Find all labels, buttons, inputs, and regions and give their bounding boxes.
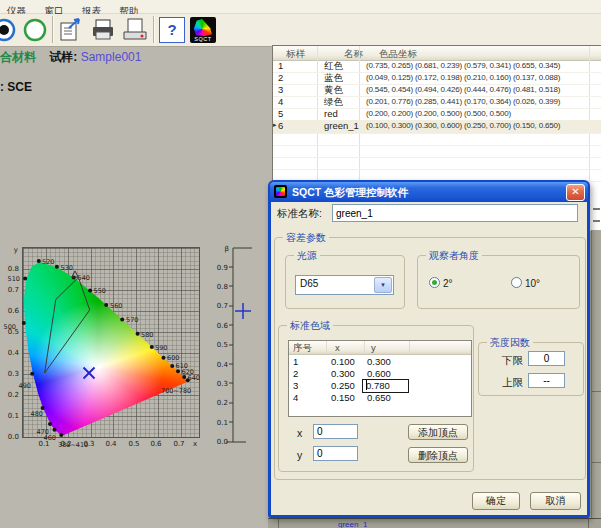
svg-text:0.1: 0.1 — [217, 419, 228, 427]
dialog-app-icon — [274, 185, 287, 198]
gamut-polygon — [45, 277, 90, 373]
beta-scale-labels: β 0.9 0.8 0.7 0.6 0.5 0.4 0.3 0.2 0.1 0.… — [217, 245, 229, 446]
light-source-select[interactable]: D65 ▼ — [295, 275, 394, 295]
toolbar-separator — [52, 16, 54, 43]
svg-text:0.6: 0.6 — [217, 322, 229, 330]
luminance-group-label: 亮度因数 — [487, 336, 533, 350]
svg-text:460: 460 — [44, 434, 56, 442]
menu-bar: 仪器 窗口 报表 帮助 — [0, 0, 601, 14]
svg-text:700~780: 700~780 — [161, 387, 191, 395]
svg-text:0.6: 0.6 — [8, 307, 20, 315]
measure-standard-icon[interactable] — [0, 17, 17, 43]
print-icon[interactable] — [90, 17, 116, 43]
light-source-label: 光源 — [294, 249, 320, 263]
y-input[interactable] — [313, 446, 358, 461]
clipped-bottom-table: green_1 — [268, 518, 601, 528]
bottom-row-name: green_1 — [338, 520, 367, 528]
svg-text:0.8: 0.8 — [8, 265, 19, 273]
toolbar-separator — [153, 16, 155, 43]
svg-text:0.5: 0.5 — [128, 440, 139, 448]
text-caret — [366, 380, 367, 390]
svg-text:0.4: 0.4 — [217, 361, 229, 369]
svg-text:580: 580 — [141, 331, 153, 339]
sqct-colormap — [194, 19, 212, 36]
observer-group: 观察者角度 — [417, 255, 580, 309]
chevron-down-icon[interactable]: ▼ — [374, 277, 392, 293]
svg-text:520: 520 — [42, 258, 54, 266]
x-label: x — [297, 427, 302, 439]
radio-2deg-label[interactable]: 2° — [443, 278, 453, 289]
row-coords: (0.545, 0.454) (0.494, 0.426) (0.444, 0.… — [366, 85, 560, 94]
x-input[interactable] — [313, 424, 358, 439]
row-coords: (0.735, 0.265) (0.681, 0.239) (0.579, 0.… — [366, 61, 560, 70]
wavelength-labels: 520 530 540 550 560 570 580 590 600 610 … — [4, 258, 200, 450]
svg-text:510: 510 — [8, 275, 20, 283]
svg-text:590: 590 — [155, 344, 167, 352]
svg-text:0.4: 0.4 — [8, 349, 20, 357]
grid-line — [592, 391, 601, 392]
measure-sample-icon[interactable] — [22, 17, 48, 43]
status-line: 合材料 试样: Sample001 — [0, 49, 141, 66]
material-label: 合材料 — [0, 50, 36, 64]
beta-scale — [226, 248, 252, 442]
svg-text:550: 550 — [94, 287, 106, 295]
upper-limit-input[interactable] — [528, 373, 565, 388]
add-vertex-button[interactable]: 添加顶点 — [408, 424, 468, 440]
radio-10deg[interactable] — [511, 277, 522, 288]
svg-text:500: 500 — [4, 323, 16, 331]
y-axis-title: y — [14, 246, 18, 254]
row-coords: (0.049, 0.125) (0.172, 0.198) (0.210, 0.… — [366, 73, 560, 82]
svg-text:0.6: 0.6 — [150, 440, 162, 448]
row-num: 5 — [278, 108, 283, 119]
vertex-row[interactable]: 4 0.150 0.650 — [289, 392, 471, 404]
ok-button[interactable]: 确定 — [472, 492, 520, 510]
vertex-row[interactable]: 1 0.100 0.300 — [289, 356, 471, 368]
x-axis-title: x — [193, 440, 197, 448]
column-divider — [278, 519, 279, 528]
row-num: 2 — [278, 72, 283, 83]
delete-vertex-button[interactable]: 删除顶点 — [408, 447, 468, 463]
toolbar: ? SQCT — [0, 14, 601, 47]
beta-marker-cross — [235, 303, 251, 319]
close-icon[interactable]: ✕ — [566, 184, 585, 201]
lower-limit-input[interactable] — [528, 351, 565, 366]
row-num: 3 — [278, 84, 283, 95]
dialog-titlebar[interactable]: SQCT 色彩管理控制软件 ✕ — [270, 182, 588, 202]
svg-text:640: 640 — [188, 374, 200, 382]
y-label: y — [297, 449, 302, 461]
vertex-table-header: 序号 x y — [289, 341, 471, 355]
beta-axis-title: β — [225, 245, 229, 253]
svg-text:0.8: 0.8 — [217, 283, 228, 291]
sqct-logo-icon[interactable]: SQCT — [190, 17, 216, 43]
svg-text:0.7: 0.7 — [8, 286, 19, 294]
column-divider — [364, 341, 365, 354]
cancel-button[interactable]: 取消 — [530, 492, 581, 510]
svg-text:0.0: 0.0 — [217, 438, 228, 446]
sample-point-marker — [84, 368, 95, 379]
print-preview-icon[interactable] — [122, 17, 148, 43]
svg-text:490: 490 — [19, 382, 31, 390]
standard-name-input[interactable] — [332, 204, 578, 222]
svg-text:0.4: 0.4 — [105, 440, 117, 448]
clipped-table-fragment — [593, 220, 600, 222]
mode-label: : SCE — [0, 80, 32, 94]
standards-table-header: 标样 名称 色品坐标 — [273, 46, 601, 61]
cell-edit-box[interactable]: 0.780 — [362, 379, 409, 393]
table-row-selected[interactable]: ▸ 6 green_1 (0.100, 0.300) (0.300, 0.600… — [273, 120, 601, 134]
row-coords: (0.100, 0.300) (0.300, 0.600) (0.250, 0.… — [366, 121, 560, 130]
light-source-value: D65 — [300, 278, 318, 289]
radio-10deg-label[interactable]: 10° — [525, 278, 540, 289]
help-icon[interactable]: ? — [159, 17, 185, 43]
report-export-icon[interactable] — [58, 17, 84, 43]
radio-2deg[interactable] — [429, 277, 440, 288]
sqct-logo-label: SQCT — [190, 36, 216, 42]
row-coords: (0.200, 0.200) (0.200, 0.500) (0.500, 0.… — [366, 109, 511, 118]
svg-text:0.0: 0.0 — [8, 433, 19, 441]
upper-limit-label: 上限 — [483, 376, 523, 390]
clipped-table-fragment — [593, 208, 600, 210]
background-panel — [591, 230, 601, 528]
sample-label: 试样: — [49, 50, 77, 64]
vertex-row-editing[interactable]: 3 0.250 0.780 — [289, 380, 471, 392]
column-divider — [409, 341, 410, 354]
svg-text:560: 560 — [110, 302, 122, 310]
